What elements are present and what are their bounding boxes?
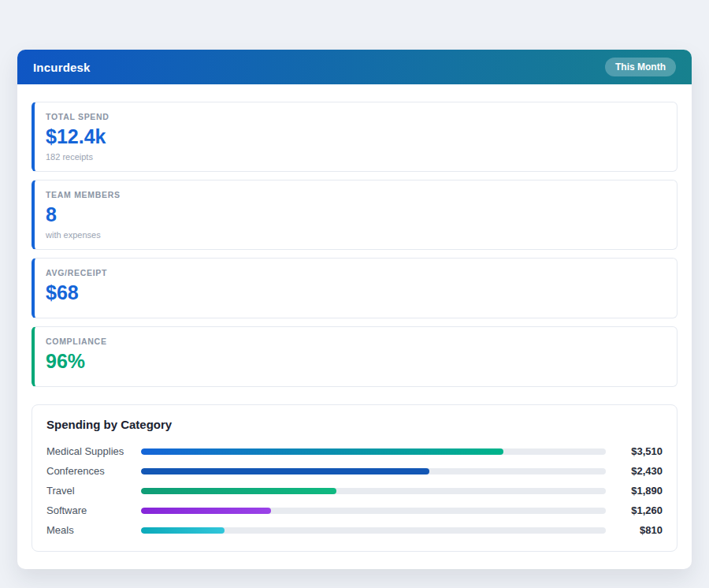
- stat-card-compliance: COMPLIANCE 96%: [32, 326, 677, 387]
- category-row-software: Software $1,260: [46, 501, 663, 520]
- stat-value: $68: [46, 281, 666, 304]
- stat-card-total-spend: TOTAL SPEND $12.4k 182 receipts: [32, 102, 677, 172]
- app-header: Incurdesk This Month: [17, 50, 692, 84]
- category-row-medical-supplies: Medical Supplies $3,510: [46, 441, 663, 461]
- category-bar-track: [141, 448, 606, 455]
- stat-card-team-members: TEAM MEMBERS 8 with expenses: [32, 180, 677, 250]
- category-bar-fill: [141, 527, 225, 534]
- category-label: Conferences: [46, 465, 141, 477]
- stat-card-avg-receipt: AVG/RECEIPT $68: [32, 258, 677, 318]
- category-row-travel: Travel $1,890: [46, 481, 663, 501]
- category-bar-fill: [141, 488, 336, 494]
- category-value: $3,510: [614, 445, 663, 457]
- stat-label: COMPLIANCE: [46, 337, 666, 346]
- stat-sub: with expenses: [46, 230, 666, 240]
- category-value: $2,430: [614, 465, 663, 477]
- spending-by-category-panel: Spending by Category Medical Supplies $3…: [32, 404, 677, 552]
- stat-label: TOTAL SPEND: [46, 112, 666, 121]
- category-bar-fill: [141, 508, 271, 514]
- category-value: $810: [614, 524, 663, 536]
- stat-label: AVG/RECEIPT: [46, 268, 666, 277]
- category-value: $1,260: [614, 504, 663, 516]
- dashboard-card: Incurdesk This Month TOTAL SPEND $12.4k …: [17, 50, 692, 569]
- app-title: Incurdesk: [33, 61, 91, 74]
- category-row-meals: Meals $810: [46, 520, 663, 540]
- panel-title: Spending by Category: [46, 418, 663, 431]
- category-value: $1,890: [614, 485, 663, 497]
- stat-value: 8: [46, 203, 666, 226]
- period-badge[interactable]: This Month: [605, 58, 676, 76]
- category-bar-track: [141, 488, 606, 494]
- category-label: Travel: [46, 485, 141, 497]
- stat-value: $12.4k: [46, 125, 666, 148]
- category-row-conferences: Conferences $2,430: [46, 461, 663, 481]
- category-bar-fill: [141, 448, 503, 455]
- category-label: Meals: [46, 524, 141, 536]
- dashboard-content: TOTAL SPEND $12.4k 182 receipts TEAM MEM…: [17, 84, 692, 569]
- category-bar-track: [141, 508, 606, 514]
- category-bar-fill: [141, 468, 429, 474]
- category-bar-track: [141, 527, 606, 534]
- stat-value: 96%: [46, 350, 666, 373]
- category-label: Software: [46, 504, 141, 516]
- stat-label: TEAM MEMBERS: [46, 190, 666, 199]
- category-label: Medical Supplies: [46, 445, 141, 457]
- category-bar-track: [141, 468, 606, 474]
- stat-sub: 182 receipts: [46, 152, 666, 162]
